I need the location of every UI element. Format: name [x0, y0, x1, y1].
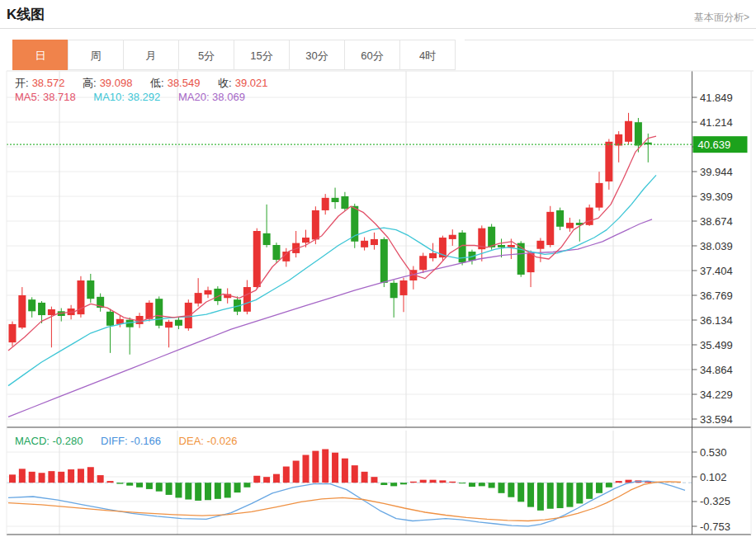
macd-bar	[606, 483, 612, 488]
macd-bar	[489, 483, 495, 488]
candle-body	[175, 320, 182, 326]
macd-bar	[566, 483, 573, 506]
axis-label: 39.944	[700, 166, 733, 178]
ma-readout: MA5: 38.718 MA10: 38.292 MA20: 38.069	[15, 91, 248, 103]
macd-bar	[576, 483, 583, 503]
candle-body	[155, 299, 163, 326]
macd-bar	[342, 459, 348, 483]
candle-body	[302, 238, 309, 243]
high-label: 高:	[83, 77, 97, 89]
candle-body	[596, 183, 603, 208]
axis-label: 0.102	[700, 471, 727, 483]
macd-bar	[439, 480, 446, 483]
candle-body	[625, 121, 632, 142]
candle-body	[586, 208, 593, 225]
candle-body	[165, 322, 172, 327]
macd-bar	[107, 481, 114, 483]
dea-value: DEA: -0.026	[179, 435, 238, 447]
axis-label: 34.864	[700, 364, 733, 376]
ma10-value: MA10: 38.292	[93, 91, 160, 103]
axis-label: 0.530	[700, 446, 727, 459]
macd-bar	[205, 483, 211, 500]
axis-label: 36.134	[700, 314, 733, 327]
macd-bar	[243, 483, 250, 488]
macd-bar	[410, 482, 417, 483]
candle-body	[9, 324, 17, 342]
macd-bar	[263, 477, 270, 483]
ma10-line	[8, 175, 656, 385]
candle-body	[566, 223, 574, 228]
macd-bar	[195, 483, 201, 501]
ma20-line	[8, 219, 652, 417]
axis-label: 38.039	[700, 240, 733, 252]
candle-body	[145, 303, 153, 319]
macd-readout: MACD: -0.280 DIFF: -0.166 DEA: -0.026	[15, 435, 240, 447]
axis-label: -0.753	[700, 521, 730, 533]
macd-bar	[48, 471, 54, 483]
candle-body	[87, 280, 94, 299]
candle-body	[380, 239, 388, 283]
macd-value: MACD: -0.280	[15, 435, 83, 447]
candle-body	[322, 198, 329, 210]
macd-bar	[156, 483, 163, 492]
macd-bar	[586, 483, 593, 499]
candle-body	[48, 309, 55, 315]
macd-bar	[312, 451, 319, 483]
macd-bar	[87, 467, 94, 483]
candle-body	[136, 316, 144, 324]
candle-body	[272, 245, 280, 260]
macd-bar	[146, 483, 153, 489]
candle-body	[400, 280, 408, 295]
macd-bar	[449, 482, 456, 483]
macd-bar	[420, 480, 427, 483]
macd-bar	[303, 455, 309, 483]
candle-body	[527, 253, 535, 272]
candle-body	[536, 241, 544, 249]
macd-bar	[517, 483, 524, 502]
macd-bar	[527, 483, 534, 506]
candle-body	[390, 283, 398, 298]
axis-label: 39.309	[700, 191, 733, 203]
macd-bar	[400, 483, 407, 484]
kline-widget: K线图 基本面分析> 日周月5分15分30分60分4时 41.84941.214…	[0, 0, 756, 537]
candle-body	[38, 303, 45, 315]
macd-bar	[215, 483, 221, 499]
candle-body	[332, 198, 339, 202]
axis-label: 41.214	[700, 116, 733, 129]
candle-body	[341, 196, 348, 209]
candle-body	[605, 142, 612, 181]
macd-bar	[78, 469, 84, 483]
macd-bar	[459, 483, 465, 483]
ma20-value: MA20: 38.069	[178, 91, 245, 103]
macd-bar	[479, 483, 485, 486]
ma5-value: MA5: 38.718	[15, 91, 76, 103]
macd-bar	[29, 472, 35, 483]
open-value: 38.572	[32, 77, 65, 89]
macd-bar	[19, 469, 26, 483]
candle-body	[361, 241, 368, 247]
candle-body	[253, 231, 261, 287]
close-value: 39.021	[235, 77, 268, 89]
candle-body	[126, 320, 134, 327]
macd-bar	[273, 474, 280, 483]
close-label: 收:	[218, 77, 232, 89]
candle-body	[429, 253, 437, 258]
macd-bar	[332, 453, 338, 483]
candle-body	[106, 312, 114, 326]
macd-bar	[224, 483, 231, 497]
macd-bar	[185, 483, 191, 499]
diff-value: DIFF: -0.166	[101, 435, 161, 447]
macd-bar	[498, 483, 505, 493]
macd-bar	[508, 483, 514, 497]
macd-bar	[116, 483, 123, 483]
candle-body	[371, 239, 378, 245]
macd-bar	[39, 473, 45, 483]
macd-bar	[352, 465, 358, 483]
candle-body	[546, 212, 554, 245]
axis-label: 41.849	[700, 92, 733, 104]
candle-body	[635, 122, 642, 145]
candle-body	[488, 227, 495, 247]
candle-body	[615, 134, 622, 146]
macd-bar	[283, 467, 290, 483]
candle-body	[18, 295, 26, 327]
